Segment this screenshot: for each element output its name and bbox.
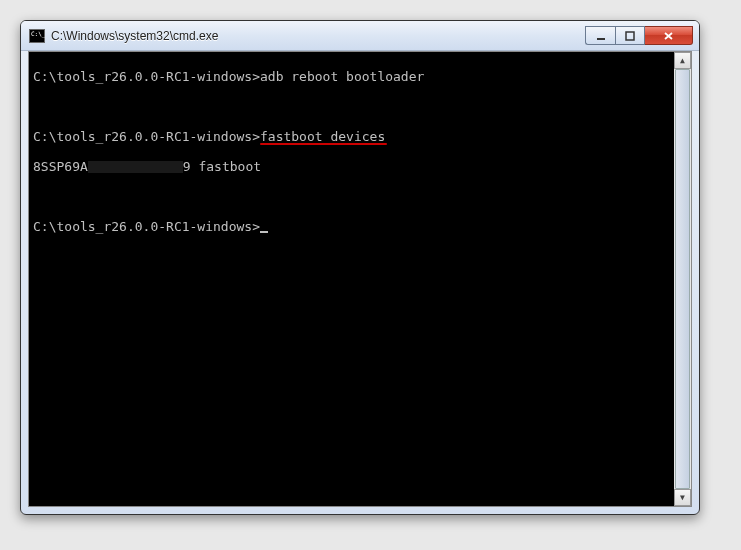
minimize-button[interactable]: [585, 26, 615, 45]
device-id-suffix: 9 fastboot: [183, 159, 261, 174]
console-output: C:\tools_r26.0.0-RC1-windows>adb reboot …: [33, 54, 687, 264]
prompt: C:\tools_r26.0.0-RC1-windows>: [33, 219, 260, 234]
redacted-text: [88, 161, 183, 173]
prompt: C:\tools_r26.0.0-RC1-windows>: [33, 129, 260, 144]
window-controls: [585, 26, 693, 45]
close-button[interactable]: [645, 26, 693, 45]
command-text: adb reboot bootloader: [260, 69, 424, 84]
titlebar[interactable]: C:\Windows\system32\cmd.exe: [21, 21, 699, 51]
cmd-window: C:\Windows\system32\cmd.exe C:\tools_r26…: [20, 20, 700, 515]
window-title: C:\Windows\system32\cmd.exe: [51, 29, 585, 43]
console-area[interactable]: C:\tools_r26.0.0-RC1-windows>adb reboot …: [28, 51, 692, 507]
cursor: [260, 231, 268, 233]
device-id-prefix: 8SSP69A: [33, 159, 88, 174]
svg-rect-0: [597, 38, 605, 40]
scroll-down-button[interactable]: ▼: [674, 489, 691, 506]
maximize-button[interactable]: [615, 26, 645, 45]
highlighted-command: fastboot devices: [260, 129, 385, 144]
scroll-track[interactable]: [674, 69, 691, 489]
prompt: C:\tools_r26.0.0-RC1-windows>: [33, 69, 260, 84]
svg-rect-1: [626, 32, 634, 40]
scroll-up-button[interactable]: ▲: [674, 52, 691, 69]
scroll-thumb[interactable]: [675, 69, 690, 489]
scrollbar[interactable]: ▲ ▼: [674, 52, 691, 506]
cmd-icon: [29, 29, 45, 43]
